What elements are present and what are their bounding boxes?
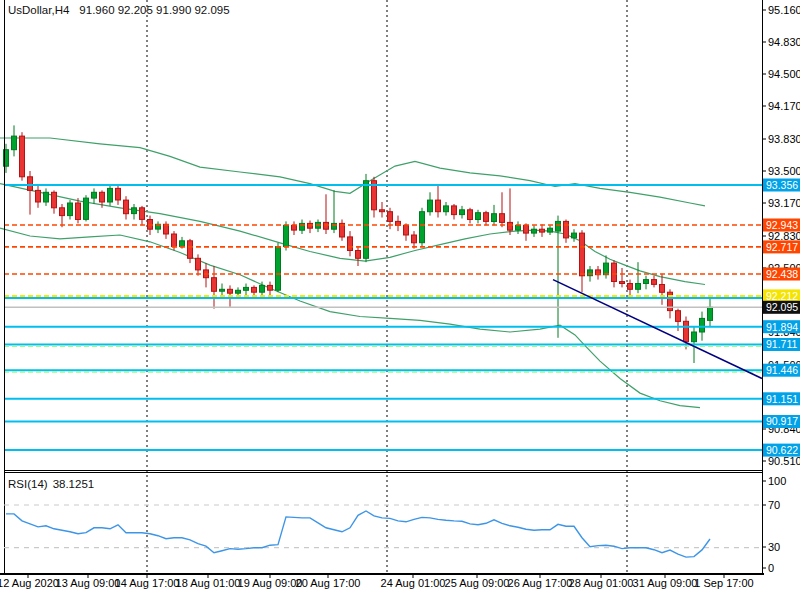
candle-bullish — [548, 225, 553, 235]
candle-body — [172, 234, 177, 247]
candle-bearish — [484, 211, 489, 226]
candle-body — [52, 192, 57, 208]
candle-body — [116, 188, 121, 200]
candle-body — [20, 136, 25, 177]
candle-bearish — [668, 289, 673, 318]
candle-body — [604, 263, 609, 275]
time-axis-label: 26 Aug 17:00 — [508, 577, 573, 589]
candle-bullish — [532, 225, 537, 237]
time-axis: 12 Aug 202013 Aug 09:0014 Aug 17:0018 Au… — [0, 575, 754, 589]
candle-bearish — [340, 220, 345, 241]
candle-bearish — [452, 204, 457, 220]
candle-body — [260, 285, 265, 292]
price-axis-label: 94.500 — [768, 68, 800, 80]
candle-bullish — [476, 210, 481, 224]
candle-bullish — [12, 125, 17, 156]
rsi-line — [6, 511, 710, 557]
candle-body — [108, 188, 113, 202]
descending-trendline[interactable] — [553, 280, 762, 379]
candle-body — [468, 210, 473, 220]
candle-body — [380, 210, 385, 212]
candle-bullish — [244, 284, 249, 296]
time-axis-label: 20 Aug 17:00 — [296, 577, 361, 589]
candle-bullish — [44, 188, 49, 206]
candle-bearish — [188, 239, 193, 263]
candle-bearish — [124, 196, 129, 219]
candle-bullish — [84, 195, 89, 221]
candle-bearish — [52, 190, 57, 213]
candle-bearish — [660, 274, 665, 305]
price-badge-label: 91.446 — [766, 364, 798, 376]
rsi-axis-label: 30 — [768, 541, 780, 553]
candle-body — [692, 332, 697, 342]
candle-bullish — [300, 220, 305, 235]
time-axis-label: 12 Aug 2020 — [0, 577, 59, 589]
candle-body — [636, 284, 641, 290]
candle-body — [140, 208, 145, 220]
price-badge-label: 93.356 — [766, 179, 798, 191]
candle-body — [348, 237, 353, 251]
price-badge-label: 91.151 — [766, 393, 798, 405]
candle-bearish — [412, 231, 417, 249]
rsi-axis-label: 70 — [768, 499, 780, 511]
candle-bearish — [508, 188, 513, 235]
candle-body — [612, 263, 617, 281]
time-axis-label: 25 Aug 09:00 — [445, 577, 510, 589]
candle-bearish — [524, 223, 529, 240]
candle-body — [580, 233, 585, 276]
candle-bullish — [460, 206, 465, 219]
candle-body — [652, 280, 657, 285]
candle-body — [428, 200, 433, 212]
candle-bearish — [36, 185, 41, 208]
candle-body — [476, 213, 481, 220]
candle-bearish — [380, 202, 385, 218]
candle-body — [460, 210, 465, 215]
candle-body — [268, 285, 273, 290]
candle-bearish — [116, 186, 121, 205]
candle-bearish — [164, 221, 169, 239]
rsi-axis-label: 0 — [768, 562, 774, 574]
candle-body — [124, 200, 129, 214]
candle-body — [548, 228, 553, 232]
candle-bearish — [468, 208, 473, 224]
candle-body — [60, 208, 65, 216]
symbol-period-label: UsDollar,H4 — [8, 4, 70, 16]
candle-bullish — [604, 255, 609, 278]
candle-bearish — [196, 254, 201, 275]
candle-body — [36, 190, 41, 202]
candle-body — [444, 206, 449, 212]
price-chart-canvas[interactable]: 95.16094.83094.50094.17093.83093.50093.1… — [0, 0, 800, 600]
candle-body — [76, 203, 81, 220]
candle-bullish — [92, 188, 97, 204]
price-badge-label: 92.095 — [766, 301, 798, 313]
candle-body — [516, 225, 521, 230]
candle-bearish — [540, 224, 545, 237]
candle-body — [292, 225, 297, 230]
candle-body — [180, 241, 185, 247]
candle-body — [188, 241, 193, 258]
candle-bearish — [564, 220, 569, 243]
candle-bullish — [68, 200, 73, 219]
candle-bearish — [292, 221, 297, 235]
candle-body — [228, 289, 233, 293]
price-axis-label: 95.160 — [768, 4, 800, 16]
candle-bearish — [404, 223, 409, 240]
rsi-pane: 10070300 — [4, 475, 786, 574]
candle-body — [676, 311, 681, 322]
candle-body — [412, 235, 417, 243]
candle-body — [588, 270, 593, 276]
time-axis-label: 24 Aug 01:00 — [381, 577, 446, 589]
candle-bullish — [276, 243, 281, 292]
price-badge-label: 92.438 — [766, 268, 798, 280]
price-badge-label: 92.943 — [766, 219, 798, 231]
candle-body — [540, 229, 545, 232]
candle-body — [532, 229, 537, 233]
chart-title: UsDollar,H491.960 92.205 91.990 92.095 — [8, 4, 230, 16]
candle-bearish — [140, 206, 145, 225]
candle-body — [44, 192, 49, 202]
candle-body — [684, 321, 689, 341]
candle-bearish — [580, 230, 585, 292]
candle-bearish — [500, 192, 505, 227]
candle-bearish — [212, 266, 217, 309]
candle-bearish — [388, 208, 393, 229]
